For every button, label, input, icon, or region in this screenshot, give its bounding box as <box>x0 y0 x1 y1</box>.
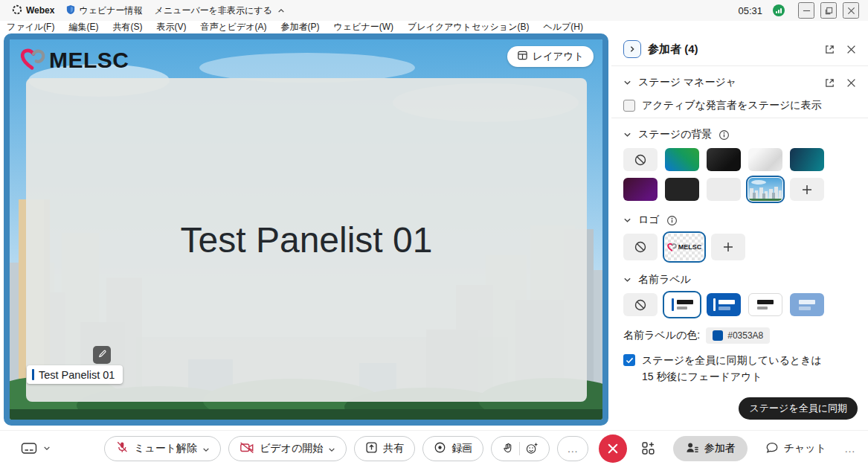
unmute-chevron-down-icon[interactable] <box>202 443 210 455</box>
webex-window: Webex ウェビナー情報 メニューバーを非表示にする 05:31 ファイル( <box>0 0 868 465</box>
bg-purple-swatch[interactable] <box>623 178 658 201</box>
close-stage-manager-icon[interactable] <box>846 78 856 88</box>
namelabel-color-picker[interactable]: #0353A8 <box>706 327 770 344</box>
sync-stage-button[interactable]: ステージを全員に同期 <box>739 397 858 420</box>
background-section-header: ステージの背景 <box>623 128 856 141</box>
panel-divider-2 <box>611 118 868 118</box>
bottom-toolbar: ミュート解除 ビデオの開始 共有 <box>0 430 868 465</box>
connection-quality-icon[interactable] <box>773 4 785 16</box>
bg-teal-navy-swatch[interactable] <box>790 148 824 171</box>
participants-toggle-button[interactable]: 参加者 <box>673 436 748 461</box>
bg-none-swatch[interactable] <box>623 148 658 171</box>
bg-green-blue-swatch[interactable] <box>665 148 699 171</box>
maximize-button[interactable] <box>820 2 837 19</box>
hide-menubar-button[interactable]: メニューバーを非表示にする <box>155 4 285 17</box>
namelabel-color-row: 名前ラベルの色: #0353A8 <box>623 327 856 344</box>
namelabel-style2-swatch[interactable] <box>707 293 741 316</box>
style2-accent-bar <box>713 298 716 311</box>
titlebar-right: 05:31 <box>738 0 868 21</box>
video-chevron-down-icon[interactable] <box>328 443 335 455</box>
namelabel-none-swatch[interactable] <box>623 293 658 316</box>
namelabel-style1-swatch-selected[interactable] <box>665 293 699 316</box>
app-brand: Webex <box>12 4 54 17</box>
more-panels-button[interactable]: … <box>844 442 856 455</box>
apps-icon[interactable] <box>641 441 655 455</box>
leave-meeting-button[interactable] <box>599 434 627 463</box>
namelabel-section-header: 名前ラベル <box>623 273 856 286</box>
stage-brand-text: MELSC <box>49 48 129 73</box>
menu-edit[interactable]: 編集(E) <box>68 21 98 33</box>
namelabel-swatch-row <box>623 293 856 316</box>
color-chip <box>713 330 723 341</box>
namelabel-style4-swatch[interactable] <box>790 293 824 316</box>
closed-captions-icon[interactable] <box>21 442 37 455</box>
layout-button[interactable]: レイアウト <box>507 46 594 67</box>
share-label: 共有 <box>383 442 404 455</box>
share-button[interactable]: 共有 <box>354 436 415 461</box>
call-controls: ミュート解除 ビデオの開始 共有 <box>104 431 627 465</box>
chevron-up-icon <box>277 5 285 16</box>
mic-off-icon <box>115 440 129 456</box>
active-speaker-checkbox[interactable] <box>623 100 635 112</box>
reactions-smiley-icon[interactable] <box>525 442 539 455</box>
logo-swatch-row: MELSC <box>623 234 856 260</box>
chevron-down-icon[interactable] <box>623 277 631 283</box>
active-speaker-row: アクティブな発言者をステージに表示 <box>623 99 856 112</box>
webex-logo-icon <box>12 4 22 17</box>
color-value: #0353A8 <box>727 330 763 341</box>
info-icon[interactable] <box>666 215 678 226</box>
menu-file[interactable]: ファイル(F) <box>7 21 54 33</box>
minimize-button[interactable] <box>798 2 814 19</box>
menu-breakout[interactable]: ブレイクアウトセッション(B) <box>408 21 529 33</box>
bg-black-smoke-swatch[interactable] <box>707 148 741 171</box>
logo-add-swatch[interactable] <box>711 234 745 260</box>
menu-view[interactable]: 表示(V) <box>156 21 186 33</box>
chevron-down-icon[interactable] <box>623 80 631 86</box>
webinar-info-label: ウェビナー情報 <box>79 4 142 17</box>
bg-add-swatch[interactable] <box>790 178 824 201</box>
bg-light-gray-swatch[interactable] <box>707 178 741 201</box>
app-name: Webex <box>26 5 54 16</box>
sync-fadeout-row: ステージを全員に同期しているときは <box>623 354 856 368</box>
chevron-down-icon[interactable] <box>623 132 631 138</box>
sync-fadeout-checkbox[interactable] <box>623 354 635 366</box>
logo-section-title: ロゴ <box>638 214 660 227</box>
chevron-down-icon[interactable] <box>623 217 631 223</box>
reactions-group <box>491 436 550 461</box>
info-icon[interactable] <box>718 129 730 141</box>
edit-name-label-button[interactable] <box>93 346 111 364</box>
menu-webinar[interactable]: ウェビナー(W) <box>334 21 393 33</box>
popout-panel-icon[interactable] <box>824 44 835 55</box>
background-section-title: ステージの背景 <box>638 128 712 141</box>
logo-melsc-swatch-selected[interactable]: MELSC <box>665 234 704 260</box>
collapse-panel-button[interactable] <box>623 40 641 58</box>
captions-chevron-down-icon[interactable] <box>43 446 51 451</box>
stage-brand-logo: MELSC <box>20 47 129 74</box>
chat-button[interactable]: チャット <box>765 441 826 456</box>
participants-label: 参加者 <box>704 442 736 455</box>
start-video-button[interactable]: ビデオの開始 <box>228 436 347 461</box>
logo-none-swatch[interactable] <box>623 234 658 260</box>
close-panel-icon[interactable] <box>846 45 856 54</box>
background-swatch-row-1 <box>623 148 856 171</box>
namelabel-style3-swatch[interactable] <box>748 293 782 316</box>
menu-participants[interactable]: 参加者(P) <box>281 21 320 33</box>
menu-share[interactable]: 共有(S) <box>112 21 142 33</box>
record-button[interactable]: 録画 <box>422 436 483 461</box>
close-window-button[interactable] <box>843 2 859 19</box>
webinar-info-button[interactable]: ウェビナー情報 <box>66 4 142 17</box>
bg-silver-swatch[interactable] <box>748 148 782 171</box>
bg-city-photo-swatch-selected[interactable] <box>748 178 782 201</box>
sync-fadeout-label-line1: ステージを全員に同期しているときは <box>642 354 822 368</box>
hide-menubar-label: メニューバーを非表示にする <box>155 4 272 17</box>
popout-stage-manager-icon[interactable] <box>824 77 835 89</box>
panel-divider <box>611 65 868 66</box>
more-options-button[interactable]: … <box>557 436 588 461</box>
menu-audio-video[interactable]: 音声とビデオ(A) <box>200 21 266 33</box>
raise-hand-icon[interactable] <box>502 442 514 455</box>
unmute-button[interactable]: ミュート解除 <box>104 436 221 461</box>
panel-toggles: 参加者 チャット … <box>641 431 856 465</box>
menu-help[interactable]: ヘルプ(H) <box>543 21 583 33</box>
stage-manager-header: ステージ マネージャ <box>623 76 856 89</box>
bg-dark-swatch[interactable] <box>665 178 699 201</box>
